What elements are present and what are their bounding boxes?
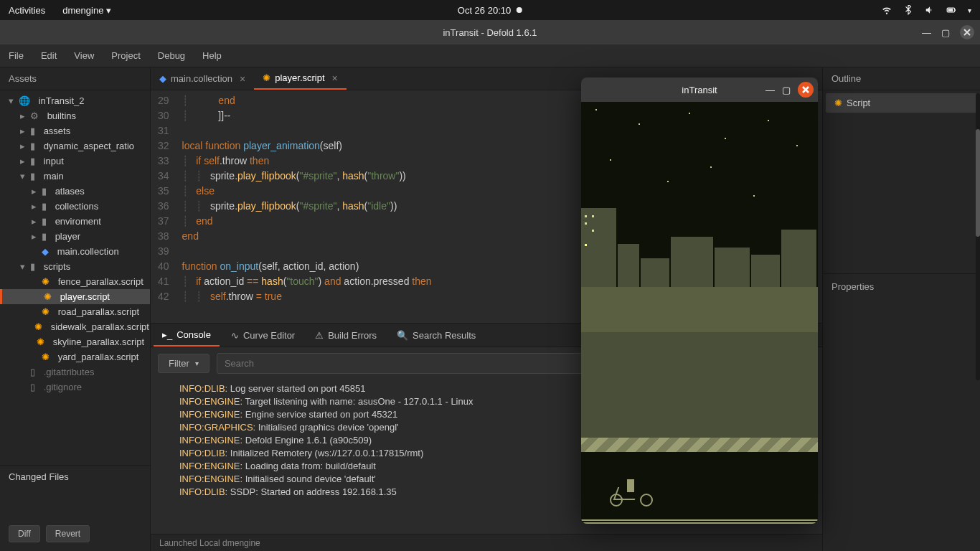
game-close-button[interactable] [798, 82, 814, 98]
gnome-top-bar: Activities dmengine ▾ Oct 26 20:10 ▾ [0, 0, 980, 20]
close-icon[interactable]: × [332, 72, 338, 84]
tree-yard[interactable]: ✺ yard_parallax.script [0, 349, 150, 364]
outline-panel: Outline ✺Script Properties [822, 67, 980, 551]
tree-gitignore[interactable]: ▯ .gitignore [0, 380, 150, 395]
tree-atlases[interactable]: ▸▮ atlases [0, 184, 150, 199]
tab-search[interactable]: 🔍Search Results [388, 324, 484, 347]
asset-tree[interactable]: ▾🌐 inTransit_2 ▸⚙ builtins ▸▮ assets ▸▮ … [0, 90, 150, 465]
app-menu[interactable]: dmengine ▾ [62, 5, 111, 16]
tree-player-script[interactable]: ✺ player.script [0, 289, 150, 304]
wifi-icon[interactable] [882, 5, 892, 15]
tree-dynamic[interactable]: ▸▮ dynamic_aspect_ratio [0, 138, 150, 154]
curve-icon: ∿ [231, 330, 239, 341]
tab-player-script[interactable]: ✺player.script× [254, 67, 347, 90]
chevron-down-icon[interactable]: ▾ [968, 6, 971, 14]
svg-rect-1 [955, 9, 956, 11]
properties-header: Properties [823, 273, 980, 299]
menu-view[interactable]: View [74, 50, 94, 61]
window-titlebar: inTransit - Defold 1.6.1 — ▢ [0, 20, 980, 44]
line-gutter: 2930313233343536373839404142 [151, 90, 176, 323]
outline-header: Outline [823, 67, 980, 90]
search-icon: 🔍 [397, 330, 408, 341]
menu-project[interactable]: Project [111, 50, 140, 61]
revert-button[interactable]: Revert [46, 525, 90, 542]
tree-main-collection[interactable]: ◆ main.collection [0, 244, 150, 259]
activities-button[interactable]: Activities [9, 5, 45, 16]
game-title: inTransit [682, 85, 717, 95]
tab-build[interactable]: ⚠Build Errors [306, 324, 385, 347]
tree-road[interactable]: ✺ road_parallax.script [0, 304, 150, 319]
game-titlebar[interactable]: inTransit — ▢ [581, 77, 818, 102]
clock[interactable]: Oct 26 20:10 [458, 5, 511, 16]
battery-icon[interactable] [946, 5, 956, 15]
tree-scripts[interactable]: ▾▮ scripts [0, 259, 150, 274]
warning-icon: ⚠ [315, 330, 324, 341]
menubar: File Edit View Project Debug Help [0, 44, 980, 67]
tree-enviroment[interactable]: ▸▮ enviroment [0, 214, 150, 229]
svg-rect-2 [948, 9, 953, 11]
outline-script-item[interactable]: ✺Script [826, 93, 977, 113]
tab-console[interactable]: ▸_Console [154, 324, 220, 347]
tree-scrollbar[interactable] [976, 93, 980, 380]
tree-fence[interactable]: ✺ fence_parallax.script [0, 274, 150, 289]
notification-dot-icon [517, 7, 522, 13]
tree-gitattributes[interactable]: ▯ .gitattributes [0, 364, 150, 380]
menu-file[interactable]: File [9, 50, 24, 61]
tree-sidewalk[interactable]: ✺ sidewalk_parallax.script [0, 319, 150, 334]
minimize-button[interactable]: — [922, 27, 931, 38]
game-minimize-button[interactable]: — [765, 85, 775, 95]
tree-collections[interactable]: ▸▮ collections [0, 199, 150, 214]
tree-player[interactable]: ▸▮ player [0, 229, 150, 244]
menu-help[interactable]: Help [202, 50, 222, 61]
filter-button[interactable]: Filter▾ [158, 354, 209, 373]
game-window[interactable]: inTransit — ▢ [581, 77, 818, 524]
assets-header: Assets [0, 67, 150, 90]
tree-input[interactable]: ▸▮ input [0, 154, 150, 169]
close-button[interactable] [960, 25, 974, 39]
assets-panel: Assets ▾🌐 inTransit_2 ▸⚙ builtins ▸▮ ass… [0, 67, 151, 551]
bluetooth-icon[interactable] [903, 5, 913, 15]
window-title: inTransit - Defold 1.6.1 [443, 27, 537, 38]
tree-assets[interactable]: ▸▮ assets [0, 123, 150, 138]
chevron-down-icon: ▾ [195, 359, 199, 367]
menu-debug[interactable]: Debug [158, 50, 185, 61]
tree-main[interactable]: ▾▮ main [0, 169, 150, 184]
game-canvas[interactable] [581, 102, 818, 524]
statusbar: Launched Local dmengine [151, 534, 822, 551]
tree-root[interactable]: ▾🌐 inTransit_2 [0, 93, 150, 108]
changed-files-panel: Changed Files Diff Revert [0, 465, 150, 551]
player-bike [610, 478, 653, 507]
gear-icon: ✺ [834, 98, 842, 108]
close-icon[interactable]: × [240, 73, 245, 85]
tree-skyline[interactable]: ✺ skyline_parallax.script [0, 334, 150, 349]
tree-builtins[interactable]: ▸⚙ builtins [0, 108, 150, 123]
changed-files-header: Changed Files [9, 471, 141, 482]
tab-main-collection[interactable]: ◆main.collection× [151, 67, 254, 90]
game-maximize-button[interactable]: ▢ [782, 85, 791, 95]
menu-edit[interactable]: Edit [41, 50, 57, 61]
maximize-button[interactable]: ▢ [941, 27, 950, 38]
diff-button[interactable]: Diff [9, 525, 40, 542]
console-icon: ▸_ [162, 329, 172, 340]
volume-icon[interactable] [925, 5, 935, 15]
tab-curve[interactable]: ∿Curve Editor [222, 324, 303, 347]
